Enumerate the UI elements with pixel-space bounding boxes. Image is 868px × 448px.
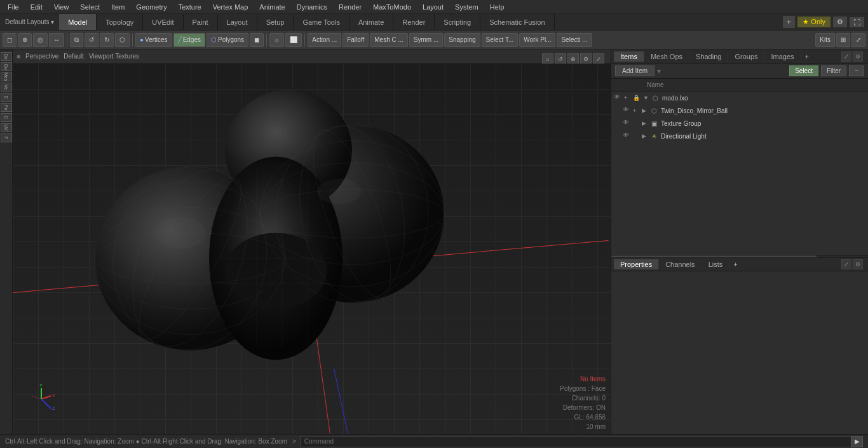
tab-setup[interactable]: Setup xyxy=(257,14,294,30)
eye-icon-texture-group[interactable]: 👁 xyxy=(623,119,632,128)
viewport[interactable]: ■ Perspective Default Viewport Textures … xyxy=(13,50,611,434)
panel-tab-mesh-ops[interactable]: Mesh Ops xyxy=(644,51,689,62)
eye-icon-directional-light[interactable]: 👁 xyxy=(623,132,632,140)
menu-layout[interactable]: Layout xyxy=(417,2,449,12)
eye-icon-mirror-ball[interactable]: 👁 xyxy=(623,106,632,115)
menu-edit[interactable]: Edit xyxy=(25,2,48,12)
toolbar-sym-icon[interactable]: ⧉ xyxy=(70,33,83,47)
toolbar-falloff-btn[interactable]: Falloff xyxy=(342,33,369,47)
menu-item[interactable]: Item xyxy=(106,2,130,12)
expand-texture[interactable]: ▶ xyxy=(642,120,648,126)
toolbar-material-btn[interactable]: ◼ xyxy=(250,33,264,47)
vp-settings-icon[interactable]: ⚙ xyxy=(580,53,592,65)
menu-help[interactable]: Help xyxy=(485,2,510,12)
menu-select[interactable]: Select xyxy=(75,2,105,12)
filter-button[interactable]: Filter xyxy=(821,65,846,76)
toolbar-symm-btn[interactable]: Symm ... xyxy=(409,33,443,47)
menu-file[interactable]: File xyxy=(3,2,24,12)
tab-schematic-fusion[interactable]: Schematic Fusion xyxy=(480,14,554,30)
toolbar-wireframe-btn[interactable]: ⬜ xyxy=(285,33,302,47)
add-tab-button[interactable]: + xyxy=(783,16,796,28)
toolbar-snapping-btn[interactable]: Snapping xyxy=(444,33,480,47)
toolbar-mesh-btn[interactable]: Mesh C ... xyxy=(370,33,408,47)
tab-game-tools[interactable]: Game Tools xyxy=(294,14,349,30)
tree-item-texture-group[interactable]: 👁 ▶ ▣ Texture Group xyxy=(611,117,868,130)
viewport-canvas[interactable]: X Y Z No Items Polygons : Face Channels:… xyxy=(13,64,611,434)
tab-render[interactable]: Render xyxy=(393,14,435,30)
toolbar-polygons-btn[interactable]: ⬡ Polygons xyxy=(207,33,248,47)
prop-tab-lists[interactable]: Lists xyxy=(702,259,730,269)
sidebar-btn-7[interactable]: C xyxy=(1,113,12,122)
tab-paint[interactable]: Paint xyxy=(184,14,218,30)
menu-texture[interactable]: Texture xyxy=(173,2,207,12)
expand-light[interactable]: ▶ xyxy=(642,133,648,139)
panel-tab-images[interactable]: Images xyxy=(765,51,801,62)
perspective-label[interactable]: Perspective xyxy=(25,53,58,60)
sidebar-btn-2[interactable]: Du xyxy=(1,62,12,71)
panel-tab-shading[interactable]: Shading xyxy=(689,51,728,62)
toolbar-action-btn[interactable]: Action ... xyxy=(308,33,341,47)
default-label[interactable]: Default xyxy=(64,53,84,60)
command-run-button[interactable]: ▶ xyxy=(851,436,863,447)
toolbar-selection-btn[interactable]: Selecti ... xyxy=(557,33,592,47)
toolbar-select-icon[interactable]: ◻ xyxy=(3,33,17,47)
toolbar-lasso-icon[interactable]: ◎ xyxy=(33,33,48,47)
expand-root[interactable]: ▼ xyxy=(643,95,649,101)
menu-maxtomodo[interactable]: MaxToModo xyxy=(368,2,416,12)
prop-expand-icon[interactable]: ⤢ xyxy=(841,259,851,269)
tree-item-directional-light[interactable]: 👁 ▶ ☀ Directional Light xyxy=(611,130,868,142)
tree-item-mirror-ball[interactable]: 👁 + ▶ ⬡ Twin_Disco_Mirror_Ball xyxy=(611,104,868,117)
menu-vertex-map[interactable]: Vertex Map xyxy=(208,2,254,12)
panel-settings-icon[interactable]: ⚙ xyxy=(853,51,863,62)
toolbar-loop-icon[interactable]: ↺ xyxy=(85,33,98,47)
tab-topology[interactable]: Topology xyxy=(97,14,143,30)
sidebar-btn-1[interactable]: De xyxy=(1,52,12,61)
menu-system[interactable]: System xyxy=(450,2,484,12)
settings-icon[interactable]: ⚙ xyxy=(833,17,847,27)
textures-label[interactable]: Viewport Textures xyxy=(89,53,139,60)
toolbar-workplane-btn[interactable]: Work Pl... xyxy=(519,33,555,47)
vp-maximize-icon[interactable]: ⤢ xyxy=(593,53,604,65)
sidebar-btn-9[interactable]: F xyxy=(1,133,12,142)
tree-item-root[interactable]: 👁 + 🔒 ▼ ⬡ modo.lxo xyxy=(611,92,868,104)
vp-zoom-icon[interactable]: ⊕ xyxy=(567,53,579,65)
select-button[interactable]: Select xyxy=(789,65,818,76)
star-only-button[interactable]: ★ Only xyxy=(797,17,831,27)
sidebar-btn-5[interactable]: E xyxy=(1,93,12,102)
prop-tab-channels[interactable]: Channels xyxy=(659,259,702,269)
toolbar-snap-icon[interactable]: ⊕ xyxy=(18,33,32,47)
menu-animate[interactable]: Animate xyxy=(254,2,290,12)
menu-view[interactable]: View xyxy=(49,2,74,12)
menu-render[interactable]: Render xyxy=(334,2,367,12)
tab-scripting[interactable]: Scripting xyxy=(435,14,480,30)
toolbar-mirror-icon[interactable]: ⬡ xyxy=(115,33,130,47)
sidebar-btn-4[interactable]: Ve xyxy=(1,83,12,92)
panel-tab-items[interactable]: Items xyxy=(614,51,644,62)
expand-mirror[interactable]: ▶ xyxy=(642,107,648,114)
sidebar-btn-6[interactable]: Po xyxy=(1,103,12,112)
maximize-icon[interactable]: ⛶ xyxy=(850,17,864,27)
menu-geometry[interactable]: Geometry xyxy=(131,2,172,12)
menu-dynamics[interactable]: Dynamics xyxy=(292,2,332,12)
tab-layout[interactable]: Layout xyxy=(218,14,257,30)
tab-animate[interactable]: Animate xyxy=(349,14,393,30)
vp-orbit-icon[interactable]: ↺ xyxy=(555,53,566,65)
sidebar-btn-3[interactable]: Mes xyxy=(1,72,12,81)
eye-icon-root[interactable]: 👁 xyxy=(614,93,623,102)
toolbar-viewport-shade-btn[interactable]: ☼ xyxy=(269,33,284,47)
toolbar-transform-icon[interactable]: ↔ xyxy=(49,33,64,47)
panel-tab-groups[interactable]: Groups xyxy=(728,51,764,62)
panel-tab-add[interactable]: + xyxy=(801,51,813,62)
toolbar-vertices-btn[interactable]: ● Vertices xyxy=(135,33,172,47)
tab-uvedit[interactable]: UVEdit xyxy=(143,14,183,30)
toolbar-maximize-icon[interactable]: ⤢ xyxy=(851,33,865,47)
toolbar-edges-btn[interactable]: ╱ Edges xyxy=(173,33,205,47)
toolbar-select-type-btn[interactable]: Select T... xyxy=(482,33,519,47)
command-input[interactable] xyxy=(300,436,851,447)
toolbar-layout-icon[interactable]: ⊞ xyxy=(836,33,850,47)
panel-expand-icon[interactable]: ⤢ xyxy=(841,51,851,62)
add-item-button[interactable]: Add Item xyxy=(615,65,654,76)
prop-settings-icon[interactable]: ⚙ xyxy=(853,259,863,269)
toolbar-kits-btn[interactable]: Kits xyxy=(815,33,835,47)
prop-tab-add[interactable]: + xyxy=(729,259,741,269)
